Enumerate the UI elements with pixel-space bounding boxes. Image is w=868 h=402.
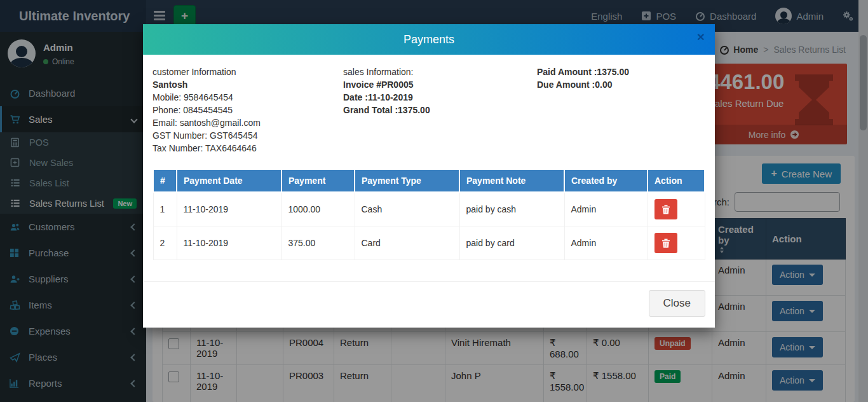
modal-footer: Close bbox=[143, 281, 715, 328]
modal-body: customer Information Santosh Mobile: 958… bbox=[143, 55, 715, 260]
sales-date: Date :11-10-2019 bbox=[343, 91, 537, 104]
sales-grand-total: Grand Total :1375.00 bbox=[343, 104, 537, 116]
column-header-action: Action bbox=[648, 169, 705, 192]
close-icon[interactable]: × bbox=[697, 30, 705, 43]
customer-name: Santosh bbox=[153, 78, 343, 91]
customer-phone: Phone: 0845454545 bbox=[153, 104, 343, 116]
sales-info-heading: sales Information: bbox=[343, 66, 537, 78]
column-header-created-by: Created by bbox=[564, 169, 648, 192]
paid-amount: Paid Amount :1375.00 bbox=[537, 66, 629, 78]
payment-row: 1 11-10-2019 1000.00 Cash paid by cash A… bbox=[153, 192, 705, 226]
trash-icon bbox=[661, 239, 670, 248]
payment-info-row: customer Information Santosh Mobile: 958… bbox=[153, 66, 705, 155]
sales-information-block: sales Information: Invoice #PR0005 Date … bbox=[343, 66, 537, 155]
due-amount: Due Amount :0.00 bbox=[537, 78, 629, 91]
column-header-payment: Payment bbox=[281, 169, 355, 192]
payment-row: 2 11-10-2019 375.00 Card paid by card Ad… bbox=[153, 226, 705, 260]
delete-payment-button[interactable] bbox=[654, 233, 677, 253]
customer-email: Email: santosh@gmail.com bbox=[153, 116, 343, 129]
trash-icon bbox=[661, 205, 670, 214]
customer-information-block: customer Information Santosh Mobile: 958… bbox=[153, 66, 343, 155]
customer-gst: GST Number: GST645454 bbox=[153, 129, 343, 142]
sales-invoice: Invoice #PR0005 bbox=[343, 78, 537, 91]
app-window: Ultimate Inventory + English POS Dashboa… bbox=[0, 0, 868, 402]
customer-mobile: Mobile: 9584645454 bbox=[153, 91, 343, 104]
customer-info-heading: customer Information bbox=[153, 66, 343, 78]
modal-title: Payments bbox=[143, 24, 715, 55]
delete-payment-button[interactable] bbox=[654, 199, 677, 219]
payments-modal: Payments × customer Information Santosh … bbox=[143, 24, 715, 328]
close-button[interactable]: Close bbox=[649, 290, 705, 317]
column-header-payment-date: Payment Date bbox=[177, 169, 281, 192]
column-header-number: # bbox=[153, 169, 177, 192]
payments-table: # Payment Date Payment Payment Type Paym… bbox=[153, 169, 705, 260]
payments-header-row: # Payment Date Payment Payment Type Paym… bbox=[153, 169, 705, 192]
customer-tax: Tax Number: TAX6464646 bbox=[153, 142, 343, 155]
modal-header: Payments × bbox=[143, 24, 715, 55]
column-header-payment-type: Payment Type bbox=[355, 169, 459, 192]
amounts-block: Paid Amount :1375.00 Due Amount :0.00 bbox=[537, 66, 629, 155]
column-header-payment-note: Payment Note bbox=[459, 169, 564, 192]
